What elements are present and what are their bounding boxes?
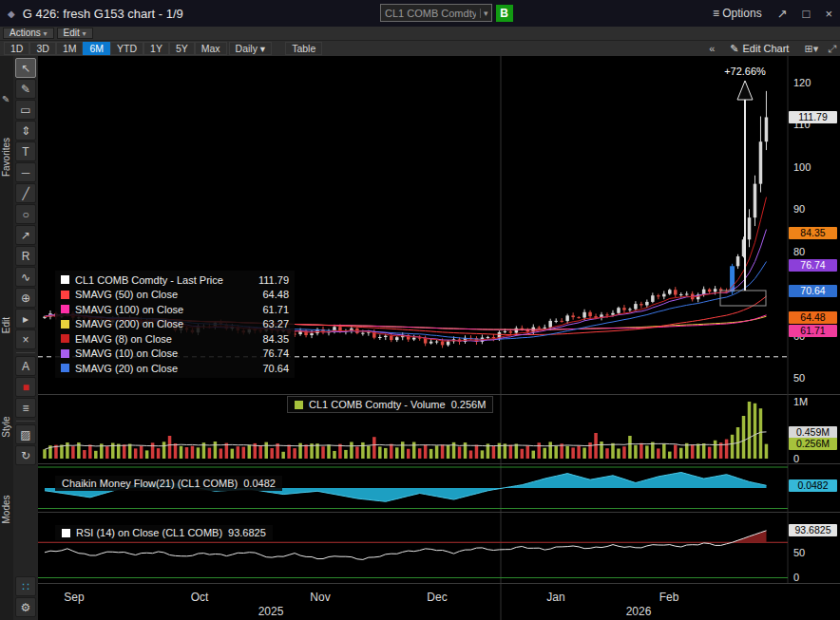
text-tool[interactable]: T	[15, 141, 36, 161]
pattern-tool[interactable]: ▨	[15, 424, 36, 444]
legend-item[interactable]: SMAVG (200) on Close63.27	[61, 317, 289, 332]
indicator-list-tool[interactable]: ≡	[15, 398, 36, 418]
pencil-icon: ✎	[730, 43, 738, 55]
svg-text:Feb: Feb	[659, 591, 679, 604]
security-search-input[interactable]	[381, 8, 480, 19]
note-tool[interactable]: ▭	[15, 100, 36, 120]
chart-area[interactable]: +72.66%SepOctNovDecJanFeb20252026 CL1 CO…	[38, 56, 840, 620]
legend-item[interactable]: SMAVG (100) on Close61.71	[61, 302, 289, 317]
chevron-down-icon[interactable]: ▾	[480, 9, 491, 18]
chevron-down-icon: ▾	[44, 29, 48, 38]
price-axis-tick: 120	[793, 77, 811, 88]
legend-item[interactable]: SMAVG (20) on Close70.64	[61, 361, 289, 376]
legend-swatch	[61, 305, 69, 313]
svg-text:2026: 2026	[626, 605, 652, 618]
rail-tab-modes[interactable]: Modes	[1, 477, 13, 543]
legend-label: SMAVG (20) on Close	[75, 363, 257, 374]
chevron-down-icon: ▾	[260, 43, 265, 54]
period-select[interactable]: Daily ▾	[229, 42, 273, 55]
price-badge: 84.35	[789, 227, 837, 239]
window-title: G 426: fresh G153 chart - 1/9	[23, 7, 183, 21]
volume-badge: 0.459M	[789, 426, 837, 439]
theme-dots-tool[interactable]: ∷	[15, 576, 36, 596]
svg-text:+72.66%: +72.66%	[724, 66, 766, 77]
legend-item[interactable]: EMAVG (8) on Close84.35	[61, 331, 289, 347]
legend-item[interactable]: CL1 COMB Comdty - Last Price111.79	[61, 272, 289, 288]
rsi-legend[interactable]: RSI (14) on Close (CL1 COMB) 93.6825	[55, 525, 273, 540]
edit-chart-button[interactable]: ✎ Edit Chart	[724, 42, 794, 56]
chevron-down-icon: ▾	[83, 29, 86, 38]
period-label: Daily	[236, 43, 258, 54]
volume-swatch	[295, 401, 303, 409]
svg-text:Jan: Jan	[546, 591, 564, 604]
bloomberg-chart-window: ◆ G 426: fresh G153 chart - 1/9 ▾ B ≡ Op…	[0, 0, 840, 620]
legend-label: SMAVG (100) on Close	[75, 304, 257, 315]
range-button-5y[interactable]: 5Y	[169, 42, 195, 55]
bloomberg-b-button[interactable]: B	[496, 5, 513, 22]
ellipse-tool[interactable]: ○	[15, 204, 36, 224]
arrow-tool[interactable]: ↗	[15, 225, 36, 245]
range-button-3d[interactable]: 3D	[29, 42, 55, 55]
price-legend[interactable]: CL1 COMB Comdty - Last Price111.79SMAVG …	[55, 271, 295, 378]
trendline-tool[interactable]: ╱	[15, 183, 36, 203]
range-button-1m[interactable]: 1M	[56, 42, 84, 55]
legend-value: 76.74	[262, 348, 289, 359]
color-swatch-tool[interactable]: ■	[15, 377, 36, 397]
horizontal-line-tool[interactable]: ─	[15, 162, 36, 182]
rail-tab-favorites[interactable]: Favorites	[1, 124, 13, 191]
options-menu[interactable]: ≡ Options	[713, 7, 762, 20]
range-button-ytd[interactable]: YTD	[110, 42, 143, 55]
svg-text:Sep: Sep	[64, 591, 85, 604]
menubar: Actions ▾ Edit ▾	[0, 27, 840, 40]
security-search-group: ▾ B	[380, 4, 513, 22]
select-bar-tool[interactable]: ▸	[15, 309, 36, 329]
legend-swatch	[61, 291, 69, 299]
collapse-panel-icon[interactable]: «	[709, 43, 715, 54]
edit-label: Edit	[64, 28, 80, 38]
expand-icon[interactable]: ⤢	[828, 43, 836, 55]
cmf-badge: 0.0482	[789, 479, 837, 492]
maximize-icon[interactable]: □	[803, 7, 811, 21]
rsi-legend-value: 93.6825	[228, 527, 266, 538]
regression-tool[interactable]: R	[15, 246, 36, 266]
range-button-max[interactable]: Max	[195, 42, 227, 55]
price-axis-tick: 50	[793, 372, 805, 384]
legend-swatch	[61, 349, 69, 358]
move-tool[interactable]: ⊕	[15, 288, 36, 308]
redo-tool[interactable]: ↻	[15, 445, 36, 465]
cmf-legend[interactable]: Chaikin Money Flow(21) (CL1 COMB) 0.0482	[55, 476, 282, 491]
legend-value: 61.71	[262, 304, 289, 315]
legend-item[interactable]: SMAVG (10) on Close76.74	[61, 347, 289, 362]
freehand-tool[interactable]: ∿	[15, 267, 36, 287]
main-area: ✎ FavoritesEditStyleModes ↖✎▭⇕T─╱○↗R∿⊕▸×…	[0, 56, 840, 620]
app-diamond-icon: ◆	[8, 9, 15, 19]
range-button-1d[interactable]: 1D	[4, 42, 29, 55]
delete-tool[interactable]: ×	[15, 329, 36, 349]
layout-grid-icon[interactable]: ⊞▾	[804, 43, 818, 55]
cmf-legend-label: Chaikin Money Flow(21) (CL1 COMB)	[62, 478, 238, 489]
close-icon[interactable]: ×	[825, 7, 832, 21]
actions-menu-button[interactable]: Actions ▾	[3, 28, 54, 39]
rail-tab-style[interactable]: Style	[1, 394, 13, 460]
popout-icon[interactable]: ↗	[777, 7, 788, 21]
edit-menu-button[interactable]: Edit ▾	[57, 28, 93, 39]
range-button-6m[interactable]: 6M	[83, 42, 110, 55]
legend-item[interactable]: SMAVG (50) on Close64.48	[61, 288, 289, 303]
titlebar: ◆ G 426: fresh G153 chart - 1/9 ▾ B ≡ Op…	[0, 0, 840, 27]
price-badge: 76.74	[789, 259, 837, 272]
legend-label: CL1 COMB Comdty - Last Price	[75, 274, 253, 286]
range-tool[interactable]: ⇕	[15, 121, 36, 141]
security-search-box[interactable]: ▾	[380, 4, 492, 22]
price-badge: 111.79	[789, 111, 837, 123]
draw-tool[interactable]: ✎	[15, 79, 36, 99]
rail-tab-edit[interactable]: Edit	[1, 292, 13, 359]
svg-text:2025: 2025	[258, 605, 284, 618]
table-button[interactable]: Table	[285, 42, 322, 55]
volume-legend[interactable]: CL1 COMB Comdty - Volume 0.256M	[287, 396, 493, 413]
svg-text:Oct: Oct	[191, 591, 209, 604]
settings-gear[interactable]: ⚙	[15, 597, 36, 617]
pointer-tool[interactable]: ↖	[15, 58, 36, 78]
annotation-text-tool[interactable]: A	[15, 356, 36, 376]
rsi-badge: 93.6825	[789, 524, 837, 536]
range-button-1y[interactable]: 1Y	[143, 42, 169, 55]
